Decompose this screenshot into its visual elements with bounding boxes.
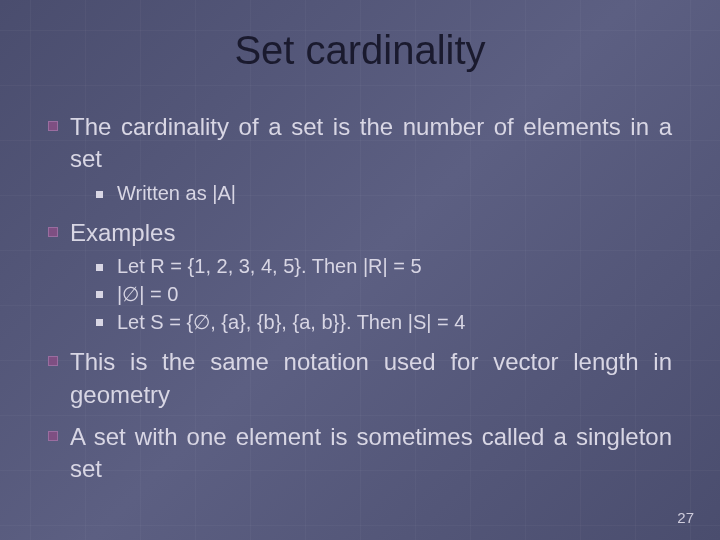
bullet-text: Examples <box>70 217 175 249</box>
slide-container: Set cardinality The cardinality of a set… <box>0 0 720 540</box>
sub-list: Let R = {1, 2, 3, 4, 5}. Then |R| = 5 |∅… <box>96 255 672 334</box>
slide-title: Set cardinality <box>48 28 672 73</box>
bullet-item: The cardinality of a set is the number o… <box>48 111 672 205</box>
sub-bullet-marker-icon <box>96 319 103 326</box>
sub-bullet-marker-icon <box>96 264 103 271</box>
bullet-item: A set with one element is sometimes call… <box>48 421 672 486</box>
bullet-marker-icon <box>48 356 58 366</box>
bullet-item: This is the same notation used for vecto… <box>48 346 672 411</box>
sub-item: Written as |A| <box>96 182 672 205</box>
bullet-marker-icon <box>48 227 58 237</box>
bullet-text: This is the same notation used for vecto… <box>70 346 672 411</box>
sub-text: |∅| = 0 <box>117 282 178 306</box>
bullet-marker-icon <box>48 431 58 441</box>
sub-text: Let R = {1, 2, 3, 4, 5}. Then |R| = 5 <box>117 255 422 278</box>
sub-text: Written as |A| <box>117 182 236 205</box>
sub-item: Let S = {∅, {a}, {b}, {a, b}}. Then |S| … <box>96 310 672 334</box>
bullet-text: A set with one element is sometimes call… <box>70 421 672 486</box>
sub-item: Let R = {1, 2, 3, 4, 5}. Then |R| = 5 <box>96 255 672 278</box>
page-number: 27 <box>677 509 694 526</box>
bullet-item: Examples Let R = {1, 2, 3, 4, 5}. Then |… <box>48 217 672 334</box>
bullet-marker-icon <box>48 121 58 131</box>
sub-list: Written as |A| <box>96 182 672 205</box>
sub-item: |∅| = 0 <box>96 282 672 306</box>
sub-bullet-marker-icon <box>96 291 103 298</box>
sub-text: Let S = {∅, {a}, {b}, {a, b}}. Then |S| … <box>117 310 465 334</box>
bullet-list: The cardinality of a set is the number o… <box>48 111 672 486</box>
sub-bullet-marker-icon <box>96 191 103 198</box>
bullet-text: The cardinality of a set is the number o… <box>70 111 672 176</box>
